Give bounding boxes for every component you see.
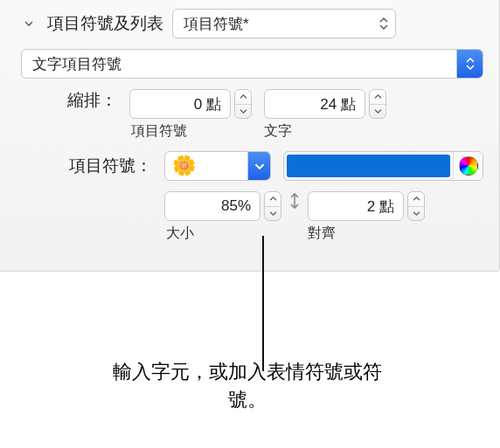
callout-line: [262, 236, 263, 371]
bullet-align-stepper[interactable]: [407, 191, 425, 221]
color-swatch: [287, 155, 450, 177]
chevrons-icon: [379, 17, 388, 30]
bullet-size-field[interactable]: 85%: [164, 191, 260, 221]
indent-label: 縮排：: [21, 89, 117, 112]
bullet-align-caption: 對齊: [308, 224, 336, 243]
bullet-label: 項目符號：: [21, 155, 152, 177]
bullet-type-value: 文字項目符號: [32, 54, 122, 74]
bullet-indent-caption: 項目符號: [131, 122, 187, 141]
bullet-indent-stepper[interactable]: [234, 89, 252, 119]
bullet-align-field[interactable]: 2 點: [308, 191, 404, 221]
dropdown-cap: [456, 50, 483, 78]
disclosure-triangle[interactable]: [21, 16, 37, 31]
text-indent-field[interactable]: 24 點: [264, 89, 365, 119]
bullet-color-well[interactable]: [283, 151, 483, 181]
color-wheel-icon: [459, 156, 478, 176]
bullet-type-select[interactable]: 文字項目符號: [21, 49, 483, 79]
bullet-size-caption: 大小: [166, 224, 194, 243]
text-indent-stepper[interactable]: [369, 89, 386, 119]
color-picker-button[interactable]: [453, 152, 483, 180]
bullet-indent-field[interactable]: 0 點: [129, 89, 231, 119]
bullet-symbol-select[interactable]: 🌼: [164, 151, 271, 181]
section-title: 項目符號及列表: [47, 12, 163, 35]
align-icon: [287, 191, 302, 215]
flower-icon: 🌼: [172, 155, 196, 177]
dropdown-cap: [247, 152, 270, 180]
list-style-select[interactable]: 項目符號*: [172, 9, 396, 38]
list-style-value: 項目符號*: [184, 14, 249, 34]
bullet-size-stepper[interactable]: [264, 191, 281, 221]
text-indent-caption: 文字: [264, 122, 292, 141]
callout-text: 輸入字元，或加入表情符號或符號。: [94, 358, 400, 414]
